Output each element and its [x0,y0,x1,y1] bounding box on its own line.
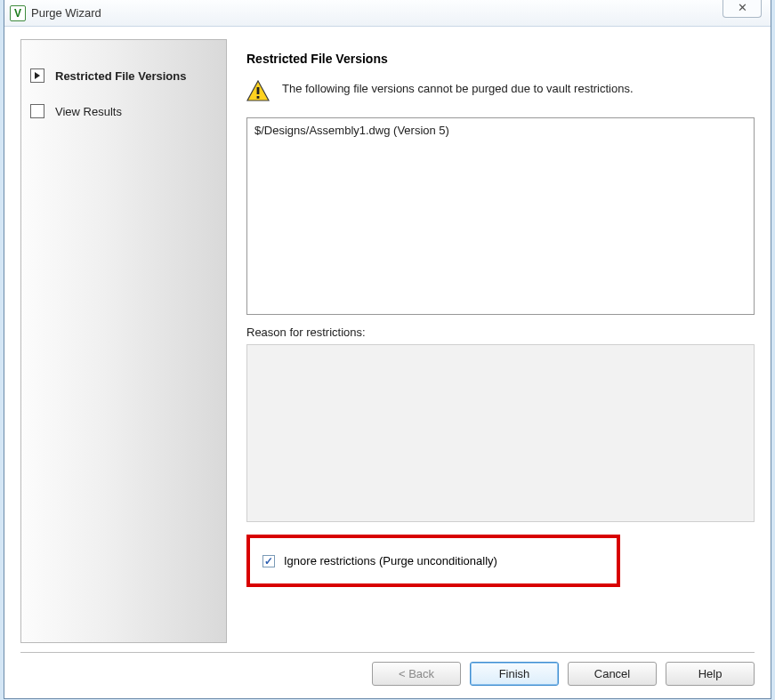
info-row: The following file versions cannot be pu… [246,80,755,101]
info-text: The following file versions cannot be pu… [282,80,634,95]
titlebar: V Purge Wizard ✕ [4,0,771,27]
reason-label: Reason for restrictions: [246,326,755,339]
warning-icon [246,80,270,101]
empty-box-icon [30,104,44,118]
step-restricted-file-versions[interactable]: Restricted File Versions [21,63,226,99]
dialog-body: Restricted File Versions View Results Re… [4,27,771,698]
button-label: < Back [399,667,434,680]
button-label: Finish [499,667,530,680]
restricted-files-list[interactable]: $/Designs/Assembly1.dwg (Version 5) [246,117,755,315]
button-label: Help [698,667,723,680]
finish-button[interactable]: Finish [470,662,559,686]
help-button[interactable]: Help [666,662,755,686]
button-row: < Back Finish Cancel Help [20,662,755,689]
back-button[interactable]: < Back [372,662,461,686]
ignore-restrictions-label: Ignore restrictions (Purge unconditional… [284,554,497,567]
app-icon: V [10,5,26,21]
step-label: View Results [55,105,122,118]
cancel-button[interactable]: Cancel [568,662,657,686]
svg-rect-2 [257,96,260,99]
close-icon: ✕ [738,1,747,14]
purge-wizard-window: V Purge Wizard ✕ Restricted File Version… [4,0,771,699]
step-label: Restricted File Versions [55,69,186,83]
arrow-right-icon [30,68,44,83]
svg-rect-1 [257,87,260,94]
close-button[interactable]: ✕ [723,0,762,18]
wizard-steps-sidebar: Restricted File Versions View Results [20,39,227,643]
reason-textbox [246,344,755,522]
page-heading: Restricted File Versions [246,52,755,66]
ignore-restrictions-checkbox[interactable] [262,555,275,567]
wizard-content: Restricted File Versions The following f… [246,39,755,643]
separator [20,652,755,653]
button-label: Cancel [594,667,630,680]
step-view-results[interactable]: View Results [21,99,226,134]
ignore-restrictions-highlight: Ignore restrictions (Purge unconditional… [246,535,620,587]
list-item[interactable]: $/Designs/Assembly1.dwg (Version 5) [254,124,747,137]
window-title: Purge Wizard [31,6,101,20]
